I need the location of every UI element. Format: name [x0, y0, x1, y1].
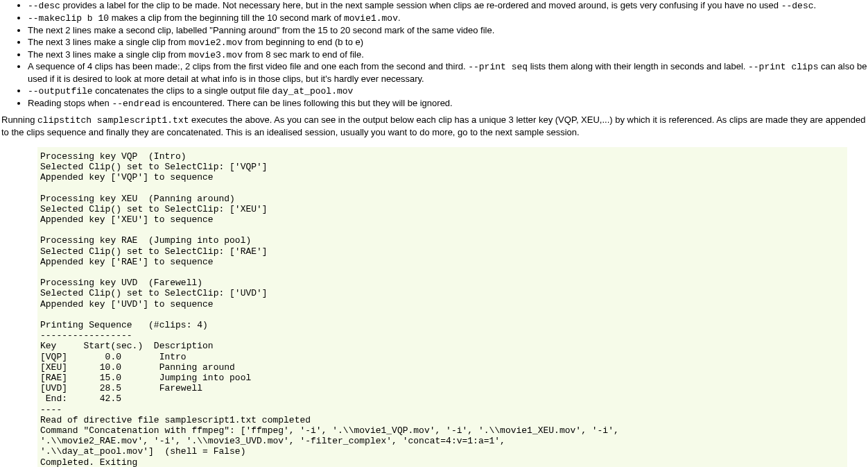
text: Running [1, 114, 37, 125]
code-flag: --print seq [468, 62, 528, 72]
code-flag: --print clips [748, 62, 818, 72]
code-file: day_at_pool.mov [272, 86, 353, 96]
text: The next 2 lines make a second clip, lab… [28, 25, 494, 35]
text: A sequence of 4 clips has been made:, 2 … [28, 61, 468, 71]
running-paragraph: Running clipstitch samplescript1.txt exe… [1, 114, 868, 139]
list-item: Reading stops when --endread is encounte… [28, 98, 868, 110]
text: from beginning to end (b to e) [243, 37, 363, 47]
list-item: The next 3 lines make a single clip from… [28, 49, 868, 62]
text: Reading stops when [28, 98, 112, 108]
text: makes a clip from the beginning till the… [109, 12, 344, 23]
text: . [814, 0, 817, 10]
code-flag: --endread [112, 99, 160, 109]
code-flag: --outputfile [28, 86, 93, 96]
list-item: --desc provides a label for the clip to … [28, 0, 868, 12]
text: concatenates the clips to a single outpu… [93, 85, 272, 96]
code-command: clipstitch samplescript1.txt [37, 115, 189, 126]
code-flag: --makeclip b 10 [28, 13, 109, 24]
code-flag: --desc [28, 1, 60, 11]
list-item: The next 2 lines make a second clip, lab… [28, 25, 868, 37]
code-file: movie2.mov [189, 37, 243, 48]
bullet-list: --desc provides a label for the clip to … [0, 0, 868, 110]
list-item: The next 3 lines make a single clip from… [28, 37, 868, 49]
list-item: --outputfile concatenates the clips to a… [28, 85, 868, 98]
code-file: movie3.mov [189, 50, 243, 60]
terminal-output: Processing key VQP (Intro) Selected Clip… [37, 147, 847, 467]
code-flag: --desc [781, 1, 814, 11]
text: from 8 sec mark to end of file. [243, 49, 364, 60]
text: is encountered. There can be lines follo… [161, 98, 453, 108]
text: The next 3 lines make a single clip from [28, 37, 189, 47]
text: The next 3 lines make a single clip from [28, 49, 189, 60]
code-file: movie1.mov [344, 13, 398, 24]
list-item: A sequence of 4 clips has been made:, 2 … [28, 61, 868, 85]
list-item: --makeclip b 10 makes a clip from the be… [28, 12, 868, 25]
text: . [398, 12, 401, 23]
text: provides a label for the clip to be made… [60, 0, 781, 10]
text: lists them along with their length in se… [528, 61, 748, 71]
